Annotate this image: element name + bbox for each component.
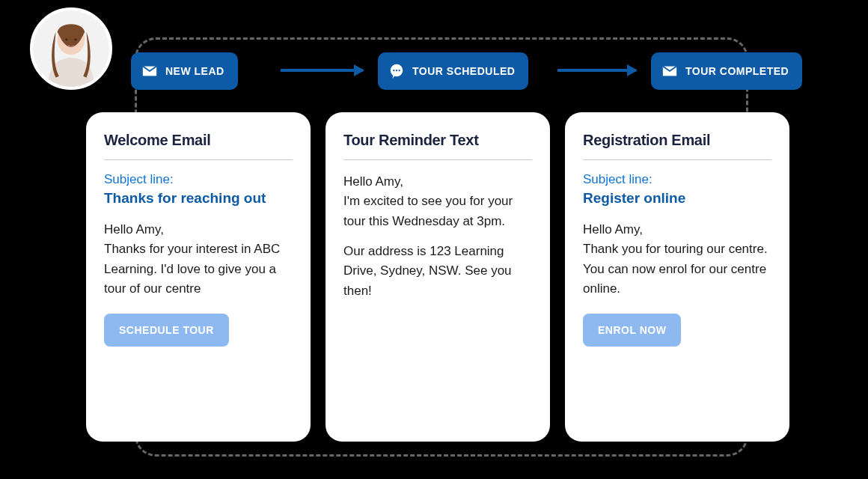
divider (343, 159, 532, 160)
subject-label: Subject line: (583, 172, 771, 187)
stage-label: NEW LEAD (165, 65, 224, 77)
arrow-icon (557, 69, 636, 72)
card-registration-email: Registration Email Subject line: Registe… (565, 112, 789, 442)
card-title: Registration Email (583, 132, 771, 149)
avatar (30, 7, 112, 90)
divider (583, 159, 771, 160)
card-tour-reminder: Tour Reminder Text Hello Amy, I'm excite… (326, 112, 550, 442)
email-body: Hello Amy, Thanks for your interest in A… (104, 220, 293, 299)
svg-point-2 (65, 38, 67, 40)
stage-new-lead: NEW LEAD (131, 52, 238, 90)
svg-point-6 (396, 70, 397, 71)
stage-label: TOUR COMPLETED (685, 65, 789, 77)
divider (104, 159, 293, 160)
subject-value: Thanks for reaching out (104, 190, 293, 207)
svg-point-3 (74, 38, 76, 40)
enrol-now-button[interactable]: ENROL NOW (583, 314, 681, 347)
svg-point-5 (393, 70, 394, 71)
svg-point-7 (398, 70, 400, 71)
chat-icon (388, 63, 405, 79)
stage-tour-completed: TOUR COMPLETED (651, 52, 802, 90)
text-body: Hello Amy, I'm excited to see you for yo… (343, 172, 532, 231)
arrow-icon (281, 69, 363, 72)
card-title: Welcome Email (104, 132, 293, 149)
stage-tour-scheduled: TOUR SCHEDULED (378, 52, 528, 90)
card-title: Tour Reminder Text (343, 132, 532, 149)
mail-icon (661, 63, 678, 79)
text-body: Our address is 123 Learning Drive, Sydne… (343, 242, 532, 301)
subject-label: Subject line: (104, 172, 293, 187)
subject-value: Register online (583, 190, 771, 207)
mail-icon (141, 63, 158, 79)
email-body: Hello Amy, Thank you for touring our cen… (583, 220, 771, 299)
schedule-tour-button[interactable]: SCHEDULE TOUR (104, 314, 229, 347)
stage-label: TOUR SCHEDULED (412, 65, 515, 77)
card-welcome-email: Welcome Email Subject line: Thanks for r… (86, 112, 311, 442)
